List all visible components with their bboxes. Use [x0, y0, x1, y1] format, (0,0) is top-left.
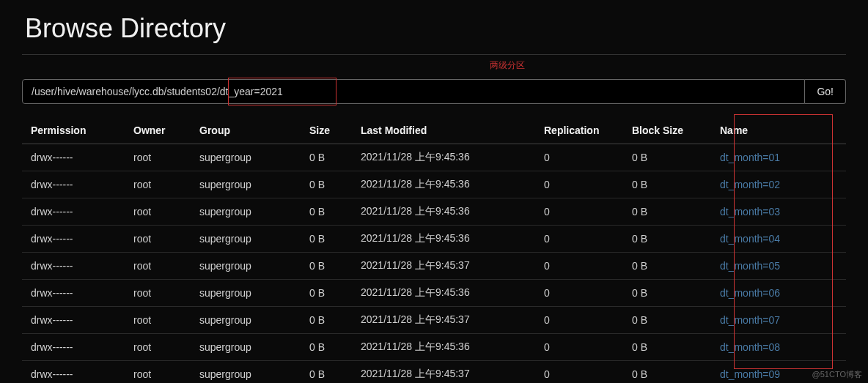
cell-block-size: 0 B — [623, 144, 711, 171]
cell-last-modified: 2021/11/28 上午9:45:36 — [352, 226, 535, 253]
cell-owner: root — [125, 226, 191, 253]
cell-owner: root — [125, 361, 191, 384]
cell-name[interactable]: dt_month=06 — [711, 280, 846, 307]
cell-replication: 0 — [535, 280, 623, 307]
cell-permission: drwx------ — [22, 307, 125, 334]
cell-block-size: 0 B — [623, 171, 711, 198]
directory-table: Permission Owner Group Size Last Modifie… — [22, 117, 846, 383]
cell-owner: root — [125, 307, 191, 334]
cell-group: supergroup — [191, 253, 301, 280]
cell-replication: 0 — [535, 307, 623, 334]
cell-owner: root — [125, 253, 191, 280]
cell-size: 0 B — [301, 226, 352, 253]
table-row: drwx------rootsupergroup0 B2021/11/28 上午… — [22, 253, 846, 280]
col-permission[interactable]: Permission — [22, 117, 125, 144]
cell-owner: root — [125, 334, 191, 361]
cell-size: 0 B — [301, 307, 352, 334]
cell-group: supergroup — [191, 361, 301, 384]
cell-last-modified: 2021/11/28 上午9:45:37 — [352, 361, 535, 384]
cell-permission: drwx------ — [22, 334, 125, 361]
cell-size: 0 B — [301, 280, 352, 307]
table-row: drwx------rootsupergroup0 B2021/11/28 上午… — [22, 280, 846, 307]
cell-name[interactable]: dt_month=01 — [711, 144, 846, 171]
cell-replication: 0 — [535, 144, 623, 171]
cell-group: supergroup — [191, 226, 301, 253]
table-row: drwx------rootsupergroup0 B2021/11/28 上午… — [22, 361, 846, 384]
cell-replication: 0 — [535, 253, 623, 280]
path-bar: Go! — [22, 79, 846, 104]
cell-name[interactable]: dt_month=08 — [711, 334, 846, 361]
col-owner[interactable]: Owner — [125, 117, 191, 144]
go-button[interactable]: Go! — [805, 79, 846, 104]
col-block-size[interactable]: Block Size — [623, 117, 711, 144]
table-header-row: Permission Owner Group Size Last Modifie… — [22, 117, 846, 144]
cell-name[interactable]: dt_month=07 — [711, 307, 846, 334]
cell-last-modified: 2021/11/28 上午9:45:37 — [352, 253, 535, 280]
cell-block-size: 0 B — [623, 361, 711, 384]
cell-replication: 0 — [535, 361, 623, 384]
col-last-modified[interactable]: Last Modified — [352, 117, 535, 144]
cell-name[interactable]: dt_month=04 — [711, 226, 846, 253]
cell-last-modified: 2021/11/28 上午9:45:36 — [352, 334, 535, 361]
cell-block-size: 0 B — [623, 280, 711, 307]
cell-name[interactable]: dt_month=02 — [711, 171, 846, 198]
cell-owner: root — [125, 280, 191, 307]
cell-owner: root — [125, 144, 191, 171]
cell-group: supergroup — [191, 334, 301, 361]
cell-last-modified: 2021/11/28 上午9:45:36 — [352, 198, 535, 226]
cell-name[interactable]: dt_month=05 — [711, 253, 846, 280]
col-name[interactable]: Name — [711, 117, 846, 144]
cell-group: supergroup — [191, 171, 301, 198]
cell-replication: 0 — [535, 198, 623, 226]
table-row: drwx------rootsupergroup0 B2021/11/28 上午… — [22, 226, 846, 253]
table-row: drwx------rootsupergroup0 B2021/11/28 上午… — [22, 171, 846, 198]
cell-group: supergroup — [191, 280, 301, 307]
table-row: drwx------rootsupergroup0 B2021/11/28 上午… — [22, 307, 846, 334]
cell-block-size: 0 B — [623, 226, 711, 253]
col-size[interactable]: Size — [301, 117, 352, 144]
cell-last-modified: 2021/11/28 上午9:45:36 — [352, 280, 535, 307]
cell-last-modified: 2021/11/28 上午9:45:36 — [352, 171, 535, 198]
cell-size: 0 B — [301, 171, 352, 198]
table-row: drwx------rootsupergroup0 B2021/11/28 上午… — [22, 334, 846, 361]
cell-last-modified: 2021/11/28 上午9:45:36 — [352, 144, 535, 171]
cell-size: 0 B — [301, 198, 352, 226]
col-group[interactable]: Group — [191, 117, 301, 144]
cell-last-modified: 2021/11/28 上午9:45:37 — [352, 307, 535, 334]
cell-permission: drwx------ — [22, 280, 125, 307]
cell-owner: root — [125, 198, 191, 226]
cell-block-size: 0 B — [623, 334, 711, 361]
cell-size: 0 B — [301, 144, 352, 171]
cell-group: supergroup — [191, 144, 301, 171]
cell-replication: 0 — [535, 226, 623, 253]
cell-permission: drwx------ — [22, 171, 125, 198]
watermark: @51CTO博客 — [812, 369, 862, 380]
table-row: drwx------rootsupergroup0 B2021/11/28 上午… — [22, 144, 846, 171]
cell-size: 0 B — [301, 253, 352, 280]
cell-permission: drwx------ — [22, 198, 125, 226]
cell-block-size: 0 B — [623, 198, 711, 226]
cell-permission: drwx------ — [22, 361, 125, 384]
cell-name[interactable]: dt_month=03 — [711, 198, 846, 226]
cell-permission: drwx------ — [22, 226, 125, 253]
cell-size: 0 B — [301, 334, 352, 361]
table-row: drwx------rootsupergroup0 B2021/11/28 上午… — [22, 198, 846, 226]
cell-block-size: 0 B — [623, 307, 711, 334]
cell-group: supergroup — [191, 198, 301, 226]
cell-owner: root — [125, 171, 191, 198]
path-input[interactable] — [22, 79, 805, 104]
cell-permission: drwx------ — [22, 253, 125, 280]
page-title: Browse Directory — [22, 0, 846, 55]
cell-permission: drwx------ — [22, 144, 125, 171]
cell-replication: 0 — [535, 171, 623, 198]
cell-group: supergroup — [191, 307, 301, 334]
cell-block-size: 0 B — [623, 253, 711, 280]
annotation-label: 两级分区 — [95, 55, 868, 73]
cell-replication: 0 — [535, 334, 623, 361]
cell-size: 0 B — [301, 361, 352, 384]
col-replication[interactable]: Replication — [535, 117, 623, 144]
